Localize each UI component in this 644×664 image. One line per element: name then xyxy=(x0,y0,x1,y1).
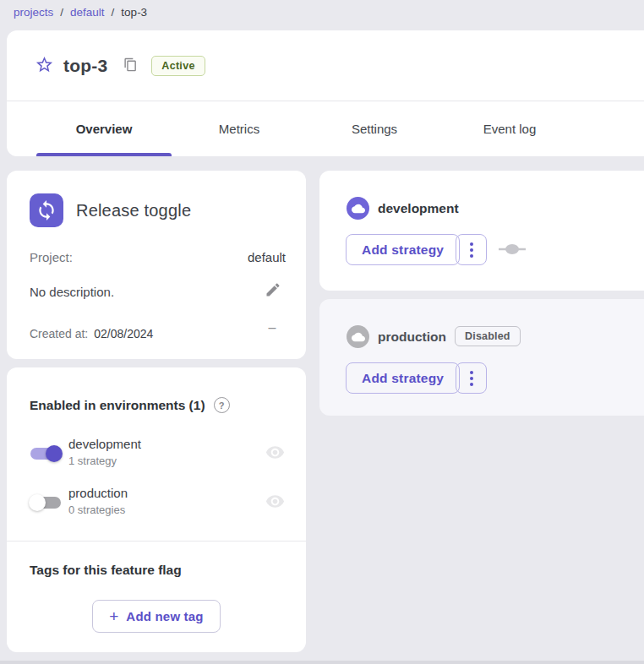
cloud-icon xyxy=(347,325,369,348)
project-value: default xyxy=(248,250,286,264)
tab-settings[interactable]: Settings xyxy=(307,101,442,156)
bottom-scroll-strip xyxy=(0,661,644,664)
breadcrumb-link-default[interactable]: default xyxy=(70,6,105,19)
visibility-button-development[interactable] xyxy=(265,444,285,464)
pencil-icon xyxy=(265,281,281,301)
env-strategies-production: 0 strategies xyxy=(68,503,125,516)
env-name-production: production xyxy=(68,486,128,500)
created-at-row: Created at:02/08/2024 xyxy=(30,327,153,340)
toggle-thumb xyxy=(46,445,63,462)
tab-overview[interactable]: Overview xyxy=(36,101,172,156)
plus-icon: + xyxy=(109,609,118,624)
environments-card: Enabled in environments (1) ? developmen… xyxy=(7,367,306,652)
toggle-development[interactable] xyxy=(27,444,64,464)
tab-metrics[interactable]: Metrics xyxy=(172,101,307,156)
flag-details-card: Release toggle Project: default No descr… xyxy=(7,171,306,359)
favorite-button[interactable] xyxy=(34,56,54,76)
collapse-button[interactable]: – xyxy=(265,321,279,335)
eye-icon xyxy=(265,443,285,465)
disabled-badge: Disabled xyxy=(455,326,521,346)
star-icon xyxy=(35,55,54,77)
toggle-thumb xyxy=(29,494,46,511)
tab-event-log[interactable]: Event log xyxy=(442,101,577,156)
feature-header-card: top-3 Active Overview Metrics Settings E… xyxy=(7,30,644,156)
copy-name-button[interactable] xyxy=(122,57,139,74)
kebab-icon xyxy=(470,371,473,386)
panel-env-name: production xyxy=(378,329,446,345)
eye-icon xyxy=(265,492,285,514)
breadcrumb-current-page: top-3 xyxy=(121,6,147,19)
add-strategy-button-development[interactable]: Add strategy xyxy=(346,234,460,265)
env-strategies-development: 1 strategy xyxy=(68,454,117,467)
flag-type-label: Release toggle xyxy=(76,201,191,220)
tab-bar: Overview Metrics Settings Event log xyxy=(36,101,577,156)
breadcrumb-separator: / xyxy=(112,6,115,19)
add-new-tag-label: Add new tag xyxy=(126,609,203,623)
created-at-label: Created at: xyxy=(30,327,88,340)
release-toggle-icon xyxy=(30,193,63,227)
help-icon[interactable]: ? xyxy=(214,397,230,413)
minus-icon: – xyxy=(269,320,276,335)
breadcrumb: projects / default / top-3 xyxy=(14,3,147,20)
feature-title-row: top-3 Active xyxy=(7,30,644,101)
panel-env-name: development xyxy=(378,201,459,216)
add-new-tag-button[interactable]: + Add new tag xyxy=(92,600,221,633)
strategy-status-icon xyxy=(498,243,527,259)
environments-title: Enabled in environments (1) ? xyxy=(30,397,230,413)
edit-description-button[interactable] xyxy=(264,281,282,300)
more-options-button-production[interactable] xyxy=(456,362,487,394)
visibility-button-production[interactable] xyxy=(265,493,285,513)
card-divider xyxy=(7,541,306,542)
created-at-value: 02/08/2024 xyxy=(94,327,153,340)
breadcrumb-link-projects[interactable]: projects xyxy=(14,6,53,19)
description-text: No description. xyxy=(30,285,114,299)
page-title: top-3 xyxy=(63,56,107,76)
env-name-development: development xyxy=(68,437,141,451)
status-badge: Active xyxy=(151,56,205,76)
kebab-icon xyxy=(470,242,473,258)
environment-panel-development: development Add strategy xyxy=(319,171,644,291)
project-label: Project: xyxy=(30,250,73,264)
cloud-icon xyxy=(347,197,369,220)
more-options-button-development[interactable] xyxy=(456,234,487,265)
toggle-production[interactable] xyxy=(27,493,64,513)
environments-title-text: Enabled in environments (1) xyxy=(30,398,205,413)
copy-icon xyxy=(123,57,138,74)
breadcrumb-separator: / xyxy=(60,6,63,19)
tags-title: Tags for this feature flag xyxy=(30,563,182,578)
environment-panel-production: production Disabled Add strategy xyxy=(319,299,644,416)
add-strategy-button-production[interactable]: Add strategy xyxy=(346,362,460,394)
